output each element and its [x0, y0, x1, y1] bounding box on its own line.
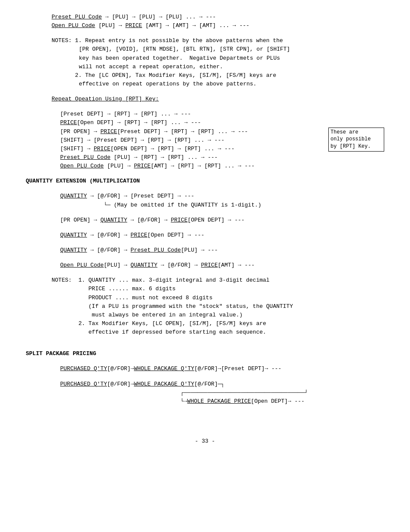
- open-plu-line: Open PLU Code [PLU] → PRICE [AMT] → [AMT…: [52, 21, 384, 30]
- quantity-notes: NOTES: 1. QUANTITY ... max. 3-digit inte…: [52, 276, 384, 337]
- qty-note-6: 2. Tax Modifier Keys, [LC OPEN], [SI/M],…: [52, 319, 384, 328]
- price-label-2: PRICE: [60, 119, 77, 126]
- preset-plu-code-label: Preset PLU Code: [52, 14, 102, 20]
- page-content: Preset PLU Code → [PLU] → [PLU] → [PLU] …: [26, 13, 384, 444]
- preset-plu-line: Preset PLU Code → [PLU] → [PLU] → [PLU] …: [52, 13, 384, 21]
- qty-line-2: [PR OPEN] → QUANTITY → [@/FOR] → PRICE[O…: [60, 216, 384, 225]
- notes-line-1d: will not accept a repeat operation, eith…: [69, 63, 384, 71]
- whole-pkg-qty-label-1: WHOLE PACKAGE Q'TY: [134, 365, 194, 372]
- split-line-3: ┌────────────────────────────────────┘: [181, 389, 384, 397]
- split-section: PURCHASED Q'TY[@/FOR]→WHOLE PACKAGE Q'TY…: [60, 365, 384, 406]
- qty-note-5: must always be entered in an integral va…: [52, 311, 384, 319]
- quantity-label-4: QUANTITY: [60, 247, 87, 253]
- repeat-heading: Repeat Opeation Using [RPT] Key:: [52, 95, 384, 103]
- quantity-label-5: QUANTITY: [131, 262, 157, 268]
- notes-line-1c: key has been operated together. Negative…: [69, 54, 384, 63]
- notes-block-1: NOTES: 1. Repeat entry is not possible b…: [52, 36, 384, 88]
- qty-line-1: QUANTITY → [@/FOR] → [Preset DEPT] → ---: [60, 192, 384, 201]
- purchased-qty-label-2: PURCHASED Q'TY: [60, 381, 107, 387]
- preset-plu-code-label-3: Preset PLU Code: [131, 247, 181, 253]
- price-label-8: PRICE: [201, 262, 218, 268]
- qty-note-2: PRICE ...... max. 6 digits: [52, 285, 384, 293]
- qty-note-7: effective if depressed before starting e…: [52, 328, 384, 337]
- rpt-line-6: Preset PLU Code [PLU] → [RPT] → [RPT] ..…: [60, 153, 384, 162]
- purchased-qty-label-1: PURCHASED Q'TY: [60, 365, 107, 372]
- quantity-label-1: QUANTITY: [60, 193, 87, 199]
- notes-line-2b: effective on repeat operations by the ab…: [69, 80, 384, 88]
- price-label-1: PRICE: [125, 22, 142, 29]
- whole-pkg-qty-label-2: WHOLE PACKAGE Q'TY: [134, 381, 194, 387]
- quantity-label-2: QUANTITY: [101, 217, 127, 223]
- rpt-line-1: [Preset DEPT] → [RPT] → [RPT] ... → ---: [60, 110, 384, 119]
- price-label-5: PRICE: [134, 163, 151, 169]
- open-plu-code-label-3: Open PLU Code: [60, 262, 104, 268]
- notes-line-2: 2. The [LC OPEN], Tax Modifier Keys, [SI…: [52, 71, 384, 80]
- rpt-line-3-container: [PR OPEN] → PRICE[Preset DEPT] → [RPT] →…: [26, 128, 384, 136]
- split-line-1: PURCHASED Q'TY[@/FOR]→WHOLE PACKAGE Q'TY…: [60, 365, 384, 373]
- quantity-heading: QUANTITY EXTENSION (MULTIPLICATION: [26, 177, 384, 185]
- side-note-box: These areonly possibleby [RPT] Key.: [328, 128, 384, 152]
- preset-plu-code-label-2: Preset PLU Code: [60, 154, 110, 161]
- price-label-7: PRICE: [131, 232, 147, 238]
- qty-line-1b: └─ (May be omitted if the QUANTITY is 1-…: [60, 201, 384, 210]
- split-line-4: └→WHOLE PACKAGE PRICE[Open DEPT]→ ---: [181, 397, 384, 406]
- page-number: - 33 -: [26, 438, 384, 444]
- qty-note-4: (If a PLU is programmed with the "stock"…: [52, 302, 384, 311]
- notes-line-1b: [PR OPEN], [VOID], [RTN MDSE], [BTL RTN]…: [69, 45, 384, 54]
- rpt-line-7: Open PLU Code [PLU] → PRICE[AMT] → [RPT]…: [60, 162, 384, 170]
- qty-line-3: QUANTITY → [@/FOR] → PRICE[Open DEPT] → …: [60, 231, 384, 240]
- open-plu-code-label: Open PLU Code: [52, 22, 95, 29]
- qty-line-5: Open PLU Code[PLU] → QUANTITY → [@/FOR] …: [60, 261, 384, 270]
- split-line-2: PURCHASED Q'TY[@/FOR]→WHOLE PACKAGE Q'TY…: [60, 380, 384, 389]
- rpt-line-3: [PR OPEN] → PRICE[Preset DEPT] → [RPT] →…: [60, 128, 384, 136]
- whole-pkg-price-label: WHOLE PACKAGE PRICE: [187, 398, 251, 404]
- price-label-4: PRICE: [94, 146, 110, 152]
- notes-heading: NOTES: 1. Repeat entry is not possible b…: [52, 36, 384, 45]
- open-plu-code-label-2: Open PLU Code: [60, 163, 104, 169]
- page-number-text: - 33 -: [195, 438, 215, 444]
- rpt-line-2: PRICE[Open DEPT] → [RPT] → [RPT] ... → -…: [60, 119, 384, 127]
- price-label-6: PRICE: [171, 217, 187, 223]
- rpt-section: [Preset DEPT] → [RPT] → [RPT] ... → --- …: [26, 110, 384, 170]
- quantity-label-3: QUANTITY: [60, 232, 87, 238]
- qty-line-4: QUANTITY → [@/FOR] → Preset PLU Code[PLU…: [60, 246, 384, 255]
- qty-note-3: PRODUCT .... must not exceed 8 digits: [52, 294, 384, 302]
- split-heading: SPLIT PACKAGE PRICING: [26, 350, 384, 358]
- qty-note-1: NOTES: 1. QUANTITY ... max. 3-digit inte…: [52, 276, 384, 285]
- quantity-section: QUANTITY → [@/FOR] → [Preset DEPT] → ---…: [60, 192, 384, 270]
- repeat-operation-label: Repeat Opeation Using [RPT] Key:: [52, 96, 159, 102]
- price-label-3: PRICE: [101, 128, 117, 135]
